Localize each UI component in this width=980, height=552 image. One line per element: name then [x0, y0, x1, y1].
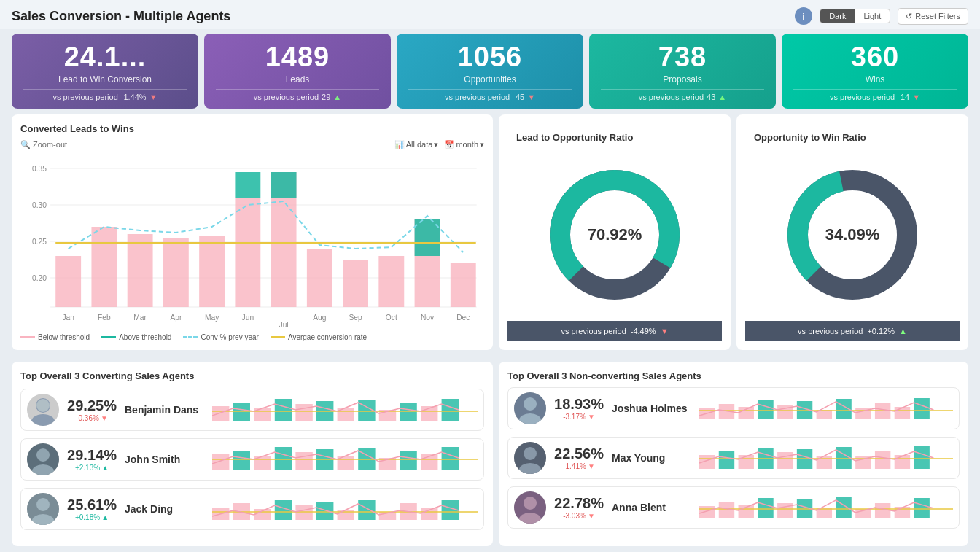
- svg-rect-21: [235, 172, 260, 198]
- kpi-card-leads: 1489 Leads vs previous period 29 ▲: [204, 34, 391, 109]
- svg-text:Jan: Jan: [62, 314, 74, 322]
- kpi-compare-leads: vs previous period 29 ▲: [216, 89, 379, 103]
- svg-rect-12: [163, 238, 189, 307]
- agent-row-johnsmith: 29.14% +2.13% ▲ John Smith: [20, 438, 484, 481]
- svg-text:Feb: Feb: [98, 314, 111, 322]
- kpi-compare-wins: vs previous period -14 ▼: [793, 89, 957, 103]
- lead-to-opp-title: Lead to Opportunity Ratio: [508, 123, 722, 143]
- lead-to-opp-footer: vs previous period -4.49% ▼: [508, 321, 722, 341]
- agent-name-max: Max Young: [612, 452, 692, 464]
- line-bar-chart: 0.35 0.30 0.25 0.20: [20, 154, 484, 329]
- svg-rect-107: [895, 407, 910, 419]
- svg-rect-114: [719, 451, 734, 469]
- kpi-row: 24.1... Lead to Win Conversion vs previo…: [0, 29, 980, 114]
- svg-text:Jun: Jun: [242, 314, 254, 322]
- svg-text:Aug: Aug: [313, 314, 326, 322]
- avatar-max: [514, 442, 546, 474]
- agent-row-anna: 22.78% -3.03% ▼ Anna Blent: [508, 486, 960, 529]
- svg-text:Nov: Nov: [421, 314, 435, 322]
- light-mode-btn[interactable]: Light: [855, 9, 890, 23]
- svg-rect-68: [275, 447, 292, 470]
- legend-below-threshold: Below threshold: [20, 333, 90, 341]
- svg-rect-140: [914, 498, 929, 518]
- sparkline-anna: [699, 493, 953, 522]
- top-nonconverting-title: Top Overall 3 Non-converting Sales Agent…: [508, 370, 960, 381]
- kpi-value-lead-conversion: 24.1...: [23, 42, 187, 73]
- svg-rect-91: [421, 508, 438, 520]
- kpi-label-wins: Wins: [793, 74, 957, 85]
- agent-stat-joshua: 18.93% -3.17% ▼: [553, 396, 604, 421]
- trend-down-icon: ▼: [912, 93, 920, 101]
- svg-text:0.25: 0.25: [32, 238, 47, 246]
- svg-text:2021: 2021: [276, 328, 292, 329]
- reset-icon: ↺: [906, 12, 912, 21]
- info-button[interactable]: i: [795, 7, 812, 25]
- svg-text:May: May: [205, 314, 219, 322]
- svg-text:Mar: Mar: [133, 314, 147, 322]
- zoom-out-button[interactable]: 🔍 Zoom-out: [20, 140, 67, 149]
- svg-rect-17: [343, 260, 368, 307]
- svg-text:0.20: 0.20: [32, 274, 47, 282]
- svg-text:34.09%: 34.09%: [825, 225, 880, 244]
- svg-text:Sep: Sep: [349, 314, 362, 322]
- svg-text:0.35: 0.35: [32, 165, 47, 173]
- agent-row-max: 22.56% -1.41% ▼ Max Young: [508, 437, 960, 479]
- kpi-label-leads: Leads: [216, 74, 379, 85]
- kpi-label-opportunities: Opportunities: [408, 74, 572, 85]
- svg-rect-132: [758, 498, 773, 518]
- kpi-compare-proposals: vs previous period 43 ▲: [601, 89, 764, 103]
- svg-point-95: [524, 397, 537, 411]
- chevron-down-icon: ▾: [480, 140, 484, 149]
- agent-row-joshua: 18.93% -3.17% ▼ Joshua Holmes: [508, 387, 960, 429]
- trend-down-icon: ▼: [149, 93, 158, 101]
- trend-up-icon: ▲: [333, 93, 341, 101]
- legend-above-threshold: Above threshold: [101, 333, 171, 341]
- svg-point-47: [31, 414, 55, 426]
- kpi-label-lead-conversion: Lead to Win Conversion: [23, 74, 187, 85]
- opp-to-win-title: Opportunity to Win Ratio: [745, 123, 960, 143]
- sparkline-johnsmith: [212, 445, 478, 474]
- avatar-anna: [514, 491, 546, 524]
- svg-rect-124: [914, 446, 929, 469]
- kpi-label-proposals: Proposals: [601, 74, 764, 85]
- lead-to-opp-donut: 70.92%: [508, 149, 722, 321]
- svg-rect-65: [212, 454, 229, 470]
- svg-rect-18: [378, 256, 404, 307]
- svg-rect-122: [875, 451, 890, 469]
- svg-rect-60: [442, 399, 459, 421]
- top-converting-title: Top Overall 3 Converting Sales Agents: [20, 370, 484, 381]
- chevron-down-icon: ▾: [434, 140, 438, 149]
- top-nonconverting-panel: Top Overall 3 Non-converting Sales Agent…: [499, 362, 968, 546]
- kpi-value-wins: 360: [793, 42, 957, 73]
- chart-controls: 🔍 Zoom-out 📊 All data ▾ 📅 month ▾: [20, 140, 484, 149]
- svg-rect-11: [128, 234, 153, 307]
- reset-filters-button[interactable]: ↺ Reset Filters: [898, 8, 968, 25]
- svg-rect-66: [233, 451, 250, 470]
- all-data-filter[interactable]: 📊 All data ▾: [394, 140, 439, 149]
- lead-to-opp-panel: Lead to Opportunity Ratio 70.92% vs prev…: [499, 114, 731, 350]
- kpi-card-lead-conversion: 24.1... Lead to Win Conversion vs previo…: [12, 34, 198, 109]
- svg-rect-100: [758, 400, 773, 419]
- svg-rect-115: [739, 455, 754, 469]
- sparkline-max: [699, 443, 953, 473]
- avatar-joshua: [514, 392, 546, 424]
- header: Sales Conversion - Multiple Agents i Dar…: [0, 0, 980, 29]
- chart-filters: 📊 All data ▾ 📅 month ▾: [394, 140, 484, 149]
- agent-row-jackding: 25.61% +0.18% ▲ Jack Ding: [20, 488, 484, 530]
- svg-rect-136: [836, 497, 851, 518]
- svg-rect-138: [875, 503, 890, 518]
- legend-conv-prev-year: Conv % prev year: [183, 333, 258, 341]
- svg-rect-74: [400, 451, 416, 470]
- agent-stat-max: 22.56% -1.41% ▼: [553, 446, 604, 470]
- agent-name-johnsmith: John Smith: [125, 454, 205, 465]
- svg-rect-20: [451, 263, 476, 307]
- kpi-value-opportunities: 1056: [408, 42, 572, 73]
- theme-toggle[interactable]: Dark Light: [820, 9, 890, 23]
- trend-up-icon: ▲: [899, 327, 907, 335]
- svg-text:Apr: Apr: [170, 314, 182, 322]
- sparkline-jackding: [212, 494, 478, 524]
- month-filter[interactable]: 📅 month ▾: [444, 140, 484, 149]
- dark-mode-btn[interactable]: Dark: [820, 9, 855, 23]
- opp-to-win-panel: Opportunity to Win Ratio 34.09% vs previ…: [736, 114, 968, 350]
- opp-to-win-donut: 34.09%: [745, 149, 960, 321]
